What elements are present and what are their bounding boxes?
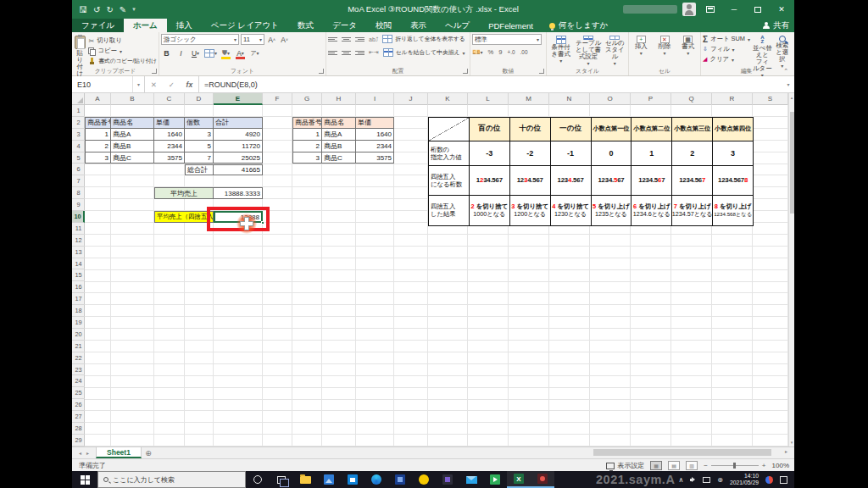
tab-数式[interactable]: 数式 bbox=[288, 19, 323, 32]
product-header-cell[interactable]: 合計 bbox=[214, 117, 263, 129]
average-value-cell[interactable]: 13888.3333 bbox=[214, 187, 263, 199]
price-cell[interactable]: 商品B bbox=[322, 141, 356, 152]
product-cell[interactable]: 2344 bbox=[154, 141, 185, 152]
phonetic-button[interactable]: ア▾ bbox=[249, 47, 260, 58]
product-cell[interactable]: 5 bbox=[185, 141, 214, 152]
app-blue-button[interactable] bbox=[388, 471, 412, 488]
normal-view-button[interactable]: ▦ bbox=[650, 461, 662, 470]
price-cell[interactable]: 1 bbox=[292, 129, 322, 141]
row-header-2[interactable]: 2 bbox=[72, 117, 85, 129]
row-header-18[interactable]: 18 bbox=[72, 305, 85, 317]
row-header-11[interactable]: 11 bbox=[72, 223, 85, 235]
device-icon[interactable] bbox=[703, 477, 710, 483]
number-format-select[interactable]: 標準▾ bbox=[472, 34, 542, 45]
product-cell[interactable]: 4920 bbox=[214, 129, 263, 141]
row-header-13[interactable]: 13 bbox=[72, 247, 85, 258]
network-icon[interactable]: ⊕ bbox=[717, 476, 723, 484]
clear-button[interactable]: ◢クリア▾ bbox=[703, 54, 750, 64]
column-header-B[interactable]: B bbox=[111, 93, 154, 105]
close-button[interactable]: ✕ bbox=[772, 2, 791, 17]
tab-ホーム[interactable]: ホーム bbox=[124, 19, 167, 32]
vertical-scroll-thumb[interactable] bbox=[790, 112, 794, 214]
sheet-prev-icon[interactable]: ◂ bbox=[79, 450, 81, 456]
row-header-4[interactable]: 4 bbox=[72, 141, 85, 152]
hidden-icons-chevron[interactable]: ∧ bbox=[678, 476, 683, 484]
row-header-10[interactable]: 10 bbox=[72, 211, 85, 223]
page-layout-view-button[interactable]: ▤ bbox=[668, 461, 680, 470]
mail-button[interactable] bbox=[459, 471, 483, 488]
cell-styles-button[interactable]: セルのスタイル▾ bbox=[604, 34, 626, 67]
shrink-font-button[interactable]: A˅ bbox=[279, 34, 290, 45]
file-explorer-button[interactable] bbox=[293, 471, 317, 488]
italic-button[interactable]: I bbox=[175, 47, 186, 58]
copy-button[interactable]: コピー▾ bbox=[88, 46, 157, 56]
row-header-8[interactable]: 8 bbox=[72, 187, 85, 199]
column-header-C[interactable]: C bbox=[154, 93, 185, 105]
cut-button[interactable]: ✂切り取り bbox=[88, 36, 157, 46]
row-header-5[interactable]: 5 bbox=[72, 152, 85, 164]
tab-ページ レイアウト[interactable]: ページ レイアウト bbox=[202, 19, 288, 32]
qat-customize-icon[interactable]: ▾ bbox=[132, 6, 136, 13]
row-header-25[interactable]: 25 bbox=[72, 387, 85, 399]
row-header-29[interactable]: 29 bbox=[72, 435, 85, 446]
row-header-15[interactable]: 15 bbox=[72, 269, 85, 281]
row-header-23[interactable]: 23 bbox=[72, 364, 85, 376]
column-header-I[interactable]: I bbox=[356, 93, 394, 105]
column-header-S[interactable]: S bbox=[753, 93, 788, 105]
taskbar-search[interactable]: ここに入力して検索 bbox=[97, 471, 246, 488]
row-header-28[interactable]: 28 bbox=[72, 423, 85, 435]
row-header-14[interactable]: 14 bbox=[72, 258, 85, 270]
row-header-20[interactable]: 20 bbox=[72, 329, 85, 341]
zoom-in-button[interactable]: + bbox=[762, 462, 766, 469]
row-header-16[interactable]: 16 bbox=[72, 281, 85, 293]
display-settings-button[interactable]: 表示設定 bbox=[606, 461, 644, 470]
undo-icon[interactable]: ↺ bbox=[93, 5, 100, 14]
touch-mode-icon[interactable]: ✎ bbox=[120, 5, 126, 14]
fill-button[interactable]: ⇩フィル▾ bbox=[703, 44, 750, 54]
grand-total-label[interactable]: 総合計 bbox=[185, 164, 214, 176]
ime-color-icon[interactable] bbox=[765, 476, 773, 484]
indent-icons[interactable]: ⇤⇥ bbox=[369, 49, 379, 56]
price-header-cell[interactable]: 商品番号 bbox=[292, 117, 322, 129]
product-cell[interactable]: 1640 bbox=[154, 129, 185, 141]
column-header-L[interactable]: L bbox=[468, 93, 509, 105]
rounded-average-label-cell[interactable]: 平均売上（四捨五入 bbox=[154, 211, 214, 223]
store-button[interactable] bbox=[341, 471, 364, 488]
tell-me-box[interactable]: 何をしますか bbox=[542, 19, 615, 32]
number-dialog-launcher[interactable] bbox=[539, 69, 544, 74]
product-cell[interactable]: 1 bbox=[85, 129, 111, 141]
column-header-D[interactable]: D bbox=[185, 93, 214, 105]
conditional-formatting-button[interactable]: 条件付き書式▾ bbox=[548, 34, 573, 67]
cancel-entry-icon[interactable]: ✕ bbox=[151, 80, 157, 89]
row-header-21[interactable]: 21 bbox=[72, 341, 85, 352]
comma-style-button[interactable]: 9 bbox=[498, 48, 502, 56]
minimize-button[interactable]: ─ bbox=[725, 2, 743, 17]
horizontal-scroll-thumb[interactable] bbox=[593, 449, 771, 456]
underline-button[interactable]: U▾ bbox=[190, 47, 201, 58]
edge-button[interactable] bbox=[364, 471, 388, 488]
align-middle-icon[interactable] bbox=[342, 36, 351, 43]
tab-ヘルプ[interactable]: ヘルプ bbox=[436, 19, 479, 32]
autosum-button[interactable]: Σオート SUM▾ bbox=[703, 34, 750, 44]
action-center-icon[interactable] bbox=[780, 476, 787, 484]
price-cell[interactable]: 2344 bbox=[356, 141, 394, 152]
app-green-button[interactable] bbox=[483, 471, 507, 488]
align-center-icon[interactable] bbox=[342, 49, 351, 57]
font-name-select[interactable]: 游ゴシック▾ bbox=[161, 34, 239, 45]
sheet-next-icon[interactable]: ▸ bbox=[86, 450, 89, 456]
product-cell[interactable]: 3 bbox=[85, 152, 111, 164]
align-bottom-icon[interactable] bbox=[355, 36, 364, 43]
row-header-1[interactable]: 1 bbox=[72, 105, 85, 117]
font-size-select[interactable]: 11▾ bbox=[241, 34, 264, 45]
row-header-22[interactable]: 22 bbox=[72, 352, 85, 364]
product-cell[interactable]: 3575 bbox=[154, 152, 185, 164]
horizontal-scrollbar[interactable] bbox=[479, 448, 776, 457]
decrease-decimal-button[interactable]: .00 bbox=[520, 49, 528, 55]
price-cell[interactable]: 商品A bbox=[322, 129, 356, 141]
tab-表示[interactable]: 表示 bbox=[401, 19, 436, 32]
column-header-O[interactable]: O bbox=[590, 93, 631, 105]
product-header-cell[interactable]: 単価 bbox=[154, 117, 185, 129]
align-right-icon[interactable] bbox=[355, 49, 364, 57]
average-label-cell[interactable]: 平均売上 bbox=[154, 187, 214, 199]
account-avatar[interactable] bbox=[682, 3, 696, 16]
